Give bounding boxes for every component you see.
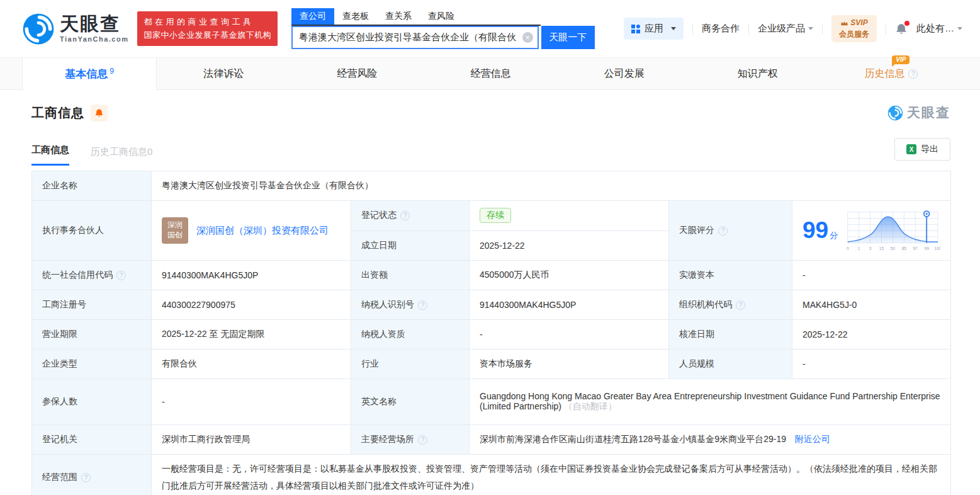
business-info-table: 企业名称 粤港澳大湾区创业投资引导基金合伙企业（有限合伙） 执行事务合伙人 深润… (31, 171, 951, 495)
clear-search-icon[interactable] (522, 32, 533, 43)
subtab-business-info[interactable]: 工商信息 (31, 144, 69, 166)
question-icon[interactable] (718, 226, 728, 236)
divider (692, 23, 693, 35)
tab-basic-info[interactable]: 基本信息 9 (22, 58, 157, 90)
vip-badge: VIP (892, 55, 910, 64)
tianyancha-logo[interactable]: 天眼查 TianYanCha.com (22, 13, 128, 45)
svg-text:100: 100 (935, 246, 940, 251)
partner-logo-line1: 深润 (167, 220, 183, 230)
export-button[interactable]: 导出 (894, 138, 950, 161)
monitor-bell-button[interactable] (91, 105, 108, 122)
excel-icon (906, 144, 916, 154)
question-icon[interactable] (908, 69, 918, 79)
slogan-line1: 都在用的商业查询工具 (144, 16, 271, 28)
enterprise-product-menu[interactable]: 企业级产品 (758, 23, 813, 35)
label-paid-capital: 实缴资本 (669, 261, 792, 290)
svip-member-button[interactable]: SVIP 会员服务 (831, 15, 877, 42)
slogan-line2: 国家中小企业发展子基金旗下机构 (144, 29, 271, 42)
apps-grid-icon (631, 25, 640, 33)
partner-company-link[interactable]: 深润国创（深圳）投资有限公司 (196, 225, 329, 237)
bell-icon (94, 108, 104, 118)
label-industry: 行业 (351, 350, 470, 379)
label-reg-number: 工商注册号 (32, 290, 152, 320)
value-reg-authority: 深圳市工商行政管理局 (152, 425, 351, 455)
search-tab-relation[interactable]: 查关系 (377, 8, 420, 25)
partner-logo-line2: 国创 (167, 230, 183, 241)
value-taxpayer-id: 91440300MAK4HG5J0P (470, 290, 669, 320)
value-tyc-score: 99分 (792, 201, 951, 261)
watermark-logo: 天眼查 (887, 104, 950, 122)
score-unit: 分 (830, 230, 838, 240)
user-menu[interactable]: 此处有… (916, 23, 962, 35)
brand-domain: TianYanCha.com (60, 35, 128, 43)
apps-menu-button[interactable]: 应用 (624, 18, 684, 40)
question-icon[interactable] (736, 300, 745, 310)
score-value: 99 (803, 217, 828, 243)
question-icon[interactable] (418, 435, 427, 445)
search-area: 查公司 查老板 查关系 查风险 天眼一下 (291, 8, 595, 49)
question-icon[interactable] (418, 300, 427, 310)
label-org-code: 组织机构代码 (669, 290, 792, 320)
tab-intellectual-property[interactable]: 知识产权 (691, 58, 825, 90)
export-label: 导出 (921, 144, 938, 155)
search-button[interactable]: 天眼一下 (541, 26, 595, 49)
value-insured-count: - (152, 379, 351, 425)
tab-operating-risk[interactable]: 经营风险 (290, 58, 424, 90)
svg-text:85: 85 (902, 246, 907, 251)
caret-down-icon (671, 27, 676, 30)
caret-down-icon (808, 27, 813, 30)
label-tyc-score: 天眼评分 (669, 201, 792, 261)
label-reg-status: 登记状态 (351, 201, 470, 231)
search-tabs: 查公司 查老板 查关系 查风险 (291, 8, 541, 26)
divider (748, 23, 749, 35)
svg-text:0: 0 (847, 246, 849, 251)
search-tab-company[interactable]: 查公司 (291, 8, 334, 25)
business-cooperation-link[interactable]: 商务合作 (702, 23, 740, 35)
value-taxpayer-quality: - (470, 320, 669, 350)
label-reg-authority: 登记机关 (32, 425, 152, 455)
tab-basic-label: 基本信息 (65, 67, 108, 81)
section-header: 工商信息 天眼查 (31, 104, 950, 122)
value-main-address: 深圳市前海深港合作区南山街道桂湾五路128号基金小镇基金9米商业平台29-19 … (470, 425, 951, 455)
divider (886, 23, 886, 35)
notifications-button[interactable] (895, 23, 908, 35)
tab-operating-info[interactable]: 经营信息 (424, 58, 557, 90)
section-title: 工商信息 (31, 105, 84, 122)
nearby-companies-link[interactable]: 附近公司 (795, 434, 830, 444)
svg-text:99: 99 (925, 246, 930, 251)
label-company-name: 企业名称 (32, 171, 152, 201)
svg-text:1: 1 (858, 246, 860, 251)
label-main-address: 主要经营场所 (351, 425, 470, 455)
caret-down-icon (957, 27, 962, 30)
svg-text:15: 15 (879, 246, 884, 251)
watermark-brand: 天眼查 (907, 104, 950, 122)
value-managing-partner: 深润 国创 深润国创（深圳）投资有限公司 (152, 201, 351, 261)
brand-name: 天眼查 (60, 14, 128, 33)
logo-swirl-icon (22, 13, 55, 45)
logo-text: 天眼查 TianYanCha.com (60, 14, 128, 43)
search-tab-boss[interactable]: 查老板 (334, 8, 377, 25)
tab-company-development[interactable]: 公司发展 (558, 58, 691, 90)
top-header: 天眼查 TianYanCha.com 都在用的商业查询工具 国家中小企业发展子基… (0, 0, 980, 57)
score-distribution-chart: 0 1 3 15 50 85 97 99 100 (845, 206, 940, 255)
svg-text:3: 3 (869, 246, 872, 251)
value-paid-capital: - (792, 261, 951, 290)
value-company-type: 有限合伙 (152, 350, 351, 379)
svip-service-label: 会员服务 (839, 29, 869, 40)
brand-slogan: 都在用的商业查询工具 国家中小企业发展子基金旗下机构 (137, 11, 278, 45)
question-icon[interactable] (116, 271, 126, 280)
address-text: 深圳市前海深港合作区南山街道桂湾五路128号基金小镇基金9米商业平台29-19 (480, 434, 786, 444)
subtab-history-business-info[interactable]: 历史工商信息0 (91, 146, 152, 166)
search-tab-risk[interactable]: 查风险 (420, 8, 463, 25)
auto-translate-note: （自动翻译） (564, 401, 617, 411)
enterprise-product-label: 企业级产品 (758, 23, 805, 35)
company-page-tabs: 基本信息 9 法律诉讼 经营风险 经营信息 公司发展 知识产权 VIP 历史信息 (0, 57, 980, 90)
value-capital: 4505000万人民币 (470, 261, 669, 290)
question-icon[interactable] (81, 473, 91, 482)
tab-legal-proceedings[interactable]: 法律诉讼 (157, 58, 290, 90)
search-box (291, 26, 539, 49)
search-input[interactable] (291, 26, 539, 49)
tab-history-info[interactable]: VIP 历史信息 (825, 58, 958, 90)
tab-history-label: 历史信息 (864, 67, 904, 81)
question-icon[interactable] (400, 211, 410, 220)
